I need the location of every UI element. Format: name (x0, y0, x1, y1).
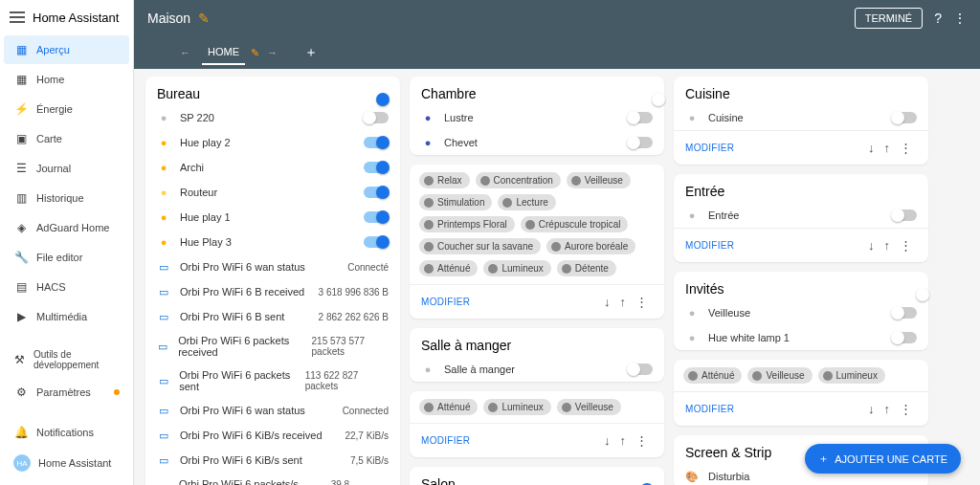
bolt-icon: ⚡ (13, 101, 29, 117)
sidebar-item-home[interactable]: ▦Home (4, 65, 129, 94)
sidebar-item-energie[interactable]: ⚡Énergie (4, 95, 129, 123)
chip-label: Lumineux (501, 402, 543, 412)
modifier-button[interactable]: MODIFIER (685, 143, 734, 153)
toggle-hue-play-1[interactable] (364, 211, 389, 223)
toggle-entree[interactable] (892, 209, 917, 221)
move-up-icon[interactable]: ↑ (880, 400, 896, 418)
sidebar-item-user[interactable]: HAHome Assistant (4, 448, 129, 478)
chip-label: Atténué (702, 370, 734, 381)
bulb-icon: ● (421, 136, 434, 149)
bulb-icon: ● (685, 306, 699, 320)
card-salon: Salon ●2 (410, 467, 664, 485)
move-down-icon[interactable]: ↓ (863, 139, 880, 157)
page-title: Maison (147, 11, 190, 26)
bulb-icon: ● (157, 111, 170, 124)
sidebar-item-journal[interactable]: ☰Journal (4, 154, 129, 183)
toggle-hue-white[interactable] (892, 332, 917, 343)
toggle-routeur[interactable] (364, 187, 389, 198)
scene-chip[interactable]: Crépuscule tropical (521, 216, 629, 232)
card-cuisine: Cuisine ●Cuisine MODIFIER ↓ ↑ ⋮ (674, 77, 928, 165)
tab-home[interactable]: HOME (202, 40, 245, 65)
move-up-icon[interactable]: ↑ (615, 293, 632, 311)
scene-chip[interactable]: Atténué (419, 260, 478, 276)
scene-chip[interactable]: Lecture (498, 194, 555, 210)
move-down-icon[interactable]: ↓ (599, 293, 615, 311)
modifier-button[interactable]: MODIFIER (421, 435, 470, 446)
chip-label: Lumineux (501, 263, 543, 274)
sidebar-item-zwave[interactable]: ᙎZ-Wave JS (4, 332, 129, 342)
palette-icon (488, 403, 498, 412)
menu-icon[interactable] (10, 10, 25, 25)
card-menu-icon[interactable]: ⋮ (631, 293, 653, 311)
scene-chip[interactable]: Veilleuse (747, 367, 812, 384)
sidebar-item-adguard[interactable]: ◈AdGuard Home (4, 213, 129, 242)
card-title: Salle à manger (421, 338, 511, 353)
edit-tab-icon[interactable]: ✎ (251, 47, 259, 59)
bulb-icon: ● (157, 136, 170, 149)
move-down-icon[interactable]: ↓ (863, 400, 880, 418)
toggle-lustre[interactable] (628, 112, 653, 123)
sidebar-item-hacs[interactable]: ▤HACS (4, 273, 129, 301)
sidebar-item-settings[interactable]: ⚙Paramètres (4, 378, 129, 407)
palette-icon (488, 264, 498, 274)
done-button[interactable]: TERMINÉ (855, 8, 924, 29)
scene-chip[interactable]: Concentration (476, 172, 561, 188)
scene-chip[interactable]: Lumineux (483, 399, 550, 415)
move-down-icon[interactable]: ↓ (863, 236, 880, 254)
move-up-icon[interactable]: ↑ (615, 431, 632, 450)
move-down-icon[interactable]: ↓ (599, 431, 615, 450)
modifier-button[interactable]: MODIFIER (421, 297, 470, 307)
sidebar-item-dev[interactable]: ⚒Outils de développement (4, 342, 129, 377)
toggle-sp220[interactable] (364, 112, 389, 123)
scene-chip[interactable]: Lumineux (483, 260, 550, 276)
tab-back-icon[interactable]: ← (172, 43, 198, 62)
edit-title-icon[interactable]: ✎ (198, 11, 210, 26)
sidebar-item-historique[interactable]: ▥Historique (4, 184, 129, 212)
move-up-icon[interactable]: ↑ (880, 236, 896, 254)
scene-chip[interactable]: Veilleuse (567, 172, 631, 188)
toggle-archi[interactable] (364, 162, 389, 173)
topbar: Maison ✎ TERMINÉ ? ⋮ (134, 0, 980, 36)
scene-chip[interactable]: Atténué (419, 399, 478, 415)
toggle-chevet[interactable] (628, 137, 653, 148)
sidebar-item-multimedia[interactable]: ▶Multimédia (4, 302, 129, 331)
sidebar-item-carte[interactable]: ▣Carte (4, 124, 129, 153)
sidebar-item-apercu[interactable]: ▦Aperçu (4, 35, 129, 64)
add-tab-icon[interactable]: ＋ (304, 44, 318, 61)
card-menu-icon[interactable]: ⋮ (895, 400, 917, 418)
card-title: Screen & Strip (685, 445, 771, 460)
card-title: Entrée (685, 184, 724, 199)
sidebar-item-notifications[interactable]: 🔔Notifications (4, 418, 129, 447)
toggle-cuisine[interactable] (892, 112, 917, 123)
toggle-hue-play-2[interactable] (364, 137, 389, 148)
toggle-salle[interactable] (628, 364, 653, 375)
sidebar-item-file-editor[interactable]: 🔧File editor (4, 243, 129, 272)
tab-forward-icon[interactable]: → (259, 43, 285, 62)
modifier-button[interactable]: MODIFIER (685, 240, 734, 251)
card-menu-icon[interactable]: ⋮ (895, 139, 917, 157)
scene-chip[interactable]: Veilleuse (557, 399, 621, 415)
scene-chip[interactable]: Coucher sur la savane (419, 238, 541, 254)
palette-icon (424, 403, 434, 412)
modifier-button[interactable]: MODIFIER (685, 404, 734, 414)
scene-chip[interactable]: Aurore boréale (546, 238, 635, 254)
card-invites: Invités ●Veilleuse ●Hue white lamp 1 (674, 272, 928, 350)
chip-label: Lecture (516, 197, 547, 208)
scene-chip[interactable]: Atténué (683, 367, 742, 384)
scene-chip[interactable]: Stimulation (419, 194, 492, 210)
chart-icon: ▥ (13, 190, 29, 206)
chip-label: Aurore boréale (565, 241, 628, 252)
toggle-hue-play-3[interactable] (364, 236, 389, 248)
help-icon[interactable]: ? (934, 11, 942, 26)
card-menu-icon[interactable]: ⋮ (631, 431, 653, 450)
scene-chip[interactable]: Printemps Floral (419, 216, 515, 232)
card-menu-icon[interactable]: ⋮ (895, 236, 917, 254)
scene-chip[interactable]: Relax (419, 172, 470, 188)
gear-icon: ⚙ (13, 385, 29, 400)
move-up-icon[interactable]: ↑ (880, 139, 896, 157)
add-card-fab[interactable]: ＋ AJOUTER UNE CARTE (805, 444, 961, 474)
toggle-veilleuse-inv[interactable] (892, 307, 917, 319)
scene-chip[interactable]: Détente (557, 260, 616, 276)
menu-dots-icon[interactable]: ⋮ (953, 11, 967, 26)
scene-chip[interactable]: Lumineux (818, 367, 885, 384)
